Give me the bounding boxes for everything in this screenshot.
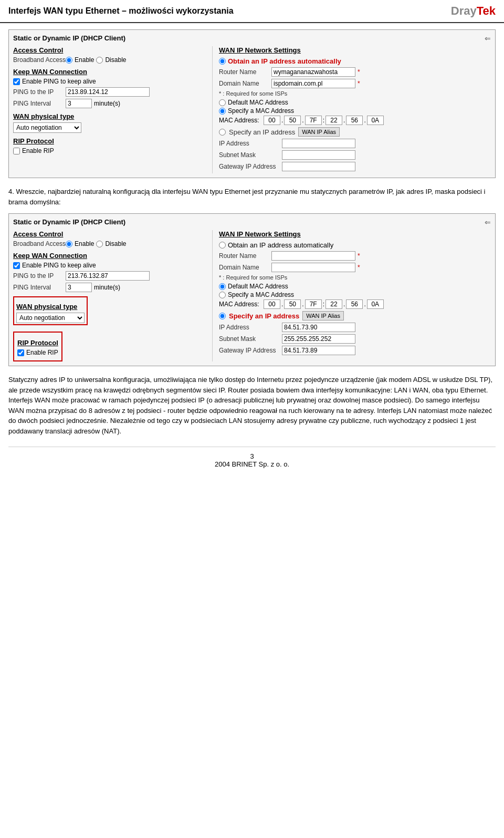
domain-name-label: Domain Name: [219, 80, 271, 87]
p2-specify-mac-radio[interactable]: [219, 292, 226, 298]
description1: 4. Wreszcie, najbardziej naturalną konfi…: [8, 187, 496, 207]
ping-keep-alive-row: Enable PING to keep alive: [13, 78, 208, 85]
ip-address-label: IP Address: [219, 140, 282, 147]
mac-field-1[interactable]: [264, 116, 280, 125]
back-arrow-icon[interactable]: ⇐: [485, 34, 491, 43]
p2-router-name-input[interactable]: [271, 251, 355, 261]
back-arrow-icon-2[interactable]: ⇐: [485, 218, 491, 226]
enable-rip-label: Enable RIP: [22, 147, 54, 154]
wan-ip-alias-button[interactable]: WAN IP Alias: [298, 127, 340, 137]
panel1-left: Access Control Broadband Access Enable D…: [13, 46, 213, 173]
p2-keep-wan-title: Keep WAN Connection: [13, 252, 208, 260]
p2-mac-field-1[interactable]: [264, 299, 280, 309]
p2-specify-ip-radio[interactable]: [219, 313, 226, 319]
p2-ping-ip-row: PING to the IP 213.76.132.87: [13, 271, 208, 281]
p2-access-control-title: Access Control: [13, 230, 208, 238]
broadband-disable-radio[interactable]: [96, 57, 103, 64]
wan-phys-title: WAN physical type: [13, 112, 208, 120]
ping-ip-input[interactable]: 213.89.124.12: [66, 87, 150, 97]
p2-mac-field-2[interactable]: [284, 299, 301, 309]
mac-address-row: MAC Address: . . : . .: [219, 116, 491, 125]
broadband-enable-radio[interactable]: [66, 57, 72, 64]
specify-mac-radio[interactable]: [219, 108, 226, 115]
router-name-label: Router Name: [219, 68, 271, 76]
ping-interval-input[interactable]: 3: [66, 99, 92, 108]
broadband-access-row: Broadband Access Enable Disable: [13, 56, 208, 64]
router-name-row: Router Name wymagananazwahosta *: [219, 67, 491, 77]
default-mac-radio[interactable]: [219, 99, 226, 106]
logo-tek: Tek: [477, 4, 496, 17]
ping-ip-row: PING to the IP 213.89.124.12: [13, 87, 208, 97]
p2-enable-rip-label: Enable RIP: [26, 349, 58, 356]
gateway-input[interactable]: [282, 162, 355, 171]
p2-wan-phys-select[interactable]: Auto negotiation: [16, 313, 85, 323]
page-header: Interfejs WAN typu Ethernet – możliwości…: [0, 0, 504, 23]
p2-ip-address-row: IP Address 84.51.73.90: [219, 323, 491, 332]
ping-ip-label: PING to the IP: [13, 88, 66, 96]
mac-field-3[interactable]: [305, 116, 322, 125]
p2-default-mac-radio[interactable]: [219, 283, 226, 290]
wan-phys-highlight: WAN physical type Auto negotiation: [13, 296, 88, 325]
keep-wan-title: Keep WAN Connection: [13, 68, 208, 76]
mac-inputs: . . : . .: [264, 116, 384, 125]
p2-ping-interval-input[interactable]: 3: [66, 283, 92, 292]
p2-ping-keep-alive-checkbox[interactable]: [13, 262, 20, 269]
p2-ip-address-input[interactable]: 84.51.73.90: [282, 323, 355, 332]
p2-mac-field-5[interactable]: [346, 299, 363, 309]
p2-rip-title: RIP Protocol: [17, 339, 58, 347]
p2-ping-interval-row: PING Interval 3 minute(s): [13, 283, 208, 292]
p2-router-name-label: Router Name: [219, 252, 271, 260]
rip-title: RIP Protocol: [13, 137, 208, 145]
ping-keep-alive-checkbox[interactable]: [13, 78, 20, 85]
domain-name-input[interactable]: ispdomain.com.pl: [271, 79, 355, 88]
p2-mac-field-3[interactable]: [305, 299, 322, 309]
mac-field-2[interactable]: [284, 116, 301, 125]
router-required-star: *: [358, 68, 360, 76]
p2-domain-name-label: Domain Name: [219, 264, 271, 271]
p2-broadband-disable-radio[interactable]: [96, 241, 103, 247]
mac-address-label: MAC Address:: [219, 117, 264, 124]
access-control-title: Access Control: [13, 46, 208, 54]
panel1: Static or Dynamic IP (DHCP Client) ⇐ Acc…: [8, 29, 496, 178]
p2-domain-name-input[interactable]: [271, 263, 355, 272]
mac-field-4[interactable]: [326, 116, 342, 125]
p2-specify-mac-row: Specify a MAC Address: [219, 291, 491, 298]
p2-wan-ip-title: WAN IP Network Settings: [219, 230, 491, 238]
p2-subnet-mask-input[interactable]: 255.255.255.252: [282, 334, 355, 344]
p2-domain-name-row: Domain Name *: [219, 263, 491, 272]
specify-ip-row: Specify an IP address WAN IP Alias: [219, 127, 491, 137]
p2-obtain-ip-label: Obtain an IP address automatically: [228, 241, 333, 249]
enable-rip-checkbox[interactable]: [13, 148, 20, 154]
enable-label: Enable: [75, 56, 94, 64]
p2-ping-keep-alive-label: Enable PING to keep alive: [22, 262, 96, 269]
router-name-input[interactable]: wymagananazwahosta: [271, 67, 355, 77]
p2-enable-rip-checkbox[interactable]: [17, 349, 24, 356]
ip-address-input[interactable]: [282, 139, 355, 148]
panel1-title: Static or Dynamic IP (DHCP Client): [13, 34, 491, 42]
domain-name-row: Domain Name ispdomain.com.pl *: [219, 79, 491, 88]
mac-field-5[interactable]: [346, 116, 363, 125]
panel1-right: WAN IP Network Settings Obtain an IP add…: [213, 46, 491, 173]
p2-gateway-input[interactable]: 84.51.73.89: [282, 346, 355, 355]
required-note: * : Required for some ISPs: [219, 90, 491, 97]
subnet-mask-row: Subnet Mask: [219, 150, 491, 160]
p2-mac-field-6[interactable]: [367, 299, 384, 309]
p2-ping-keep-alive-row: Enable PING to keep alive: [13, 262, 208, 269]
p2-obtain-ip-radio[interactable]: [219, 242, 226, 249]
subnet-mask-input[interactable]: [282, 150, 355, 160]
p2-wan-ip-alias-button[interactable]: WAN IP Alias: [302, 311, 344, 320]
enable-rip-row: Enable RIP: [13, 147, 208, 154]
p2-router-required-star: *: [358, 252, 360, 260]
obtain-ip-label: Obtain an IP address automatically: [228, 57, 341, 65]
panel2-left: Access Control Broadband Access Enable D…: [13, 230, 213, 361]
obtain-ip-radio[interactable]: [219, 58, 226, 65]
mac-field-6[interactable]: [367, 116, 384, 125]
p2-ping-ip-input[interactable]: 213.76.132.87: [66, 271, 150, 281]
gateway-row: Gateway IP Address: [219, 162, 491, 171]
p2-mac-field-4[interactable]: [326, 299, 342, 309]
wan-phys-select[interactable]: Auto negotiation: [13, 122, 81, 133]
p2-broadband-enable-radio[interactable]: [66, 241, 72, 247]
domain-required-star: *: [358, 80, 360, 87]
specify-ip-radio[interactable]: [219, 129, 226, 136]
p2-domain-required-star: *: [358, 264, 360, 271]
